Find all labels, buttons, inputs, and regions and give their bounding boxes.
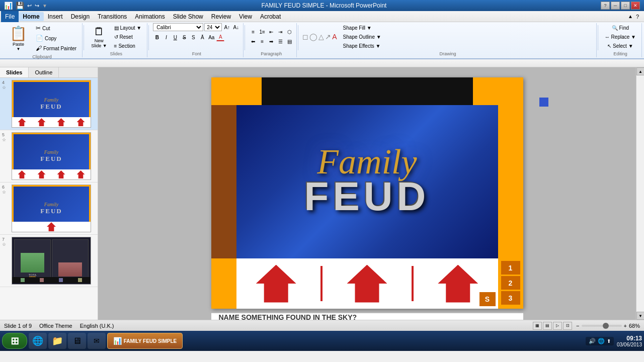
tab-outline[interactable]: Outline [29, 67, 59, 77]
italic-button[interactable]: I [162, 33, 170, 41]
menu-insert[interactable]: Insert [44, 12, 67, 21]
start-button[interactable]: ⊞ [2, 333, 27, 349]
align-center-button[interactable]: ≡ [258, 38, 266, 46]
taskbar-desktop[interactable]: 🖥 [68, 333, 86, 349]
taskbar: ⊞ 🌐 📁 🖥 ✉ 📊 FAMILY FEUD SIMPLE 🔊 🌐 ⬆ 09:… [0, 331, 644, 351]
shape-fill-button[interactable]: Shape Fill ▼ [341, 24, 384, 32]
menu-animations[interactable]: Animations [131, 12, 169, 21]
view-slideshow-button[interactable]: ⊡ [563, 322, 572, 330]
font-size-select[interactable]: 24 [204, 23, 222, 31]
shadow-button[interactable]: S [189, 33, 197, 41]
slide-panel: Slides Outline 4 ☆ Family FEUD [0, 67, 98, 320]
help-icon[interactable]: ? [636, 14, 639, 20]
taskbar-explorer[interactable]: 📁 [48, 333, 66, 349]
close-button[interactable]: ✕ [631, 2, 640, 10]
tray-network[interactable]: 🌐 [598, 338, 605, 344]
window-controls[interactable]: ? ─ □ ✕ [601, 2, 640, 10]
align-left-button[interactable]: ⬅ [249, 38, 257, 46]
minimize-button[interactable]: ─ [611, 2, 620, 10]
format-painter-button[interactable]: 🖌 Format Painter [33, 44, 79, 52]
menu-view[interactable]: View [235, 12, 256, 21]
underline-button[interactable]: U [171, 33, 179, 41]
clock: 09:13 03/06/2013 [617, 335, 642, 347]
zoom-out-button[interactable]: − [576, 323, 579, 329]
reset-button[interactable]: ↺Reset [112, 33, 144, 41]
slide-thumb-7[interactable]: 7 ☆ TOTA 128 TOTA [0, 235, 98, 287]
tray-volume[interactable]: 🔊 [589, 338, 596, 344]
taskbar-right: 🔊 🌐 ⬆ 09:13 03/06/2013 [586, 335, 642, 347]
find-button[interactable]: 🔍 Find [609, 24, 631, 32]
selection-handle[interactable] [539, 98, 548, 107]
ff-logo: Family FEUD [304, 147, 430, 217]
slide-thumb-5[interactable]: 5 ☆ Family FEUD [0, 130, 98, 183]
increase-indent-button[interactable]: ⇥ [276, 28, 284, 36]
slide-container[interactable]: Family FEUD [211, 77, 523, 309]
view-sorter-button[interactable]: ▤ [543, 322, 552, 330]
menu-transitions[interactable]: Transitions [94, 12, 131, 21]
drawing-group: ◻ ◯ △ ↗ A Shape Fill ▼ Shape Outline ▼ S… [299, 23, 597, 57]
slide-thumb-4[interactable]: 4 ☆ Family FEUD [0, 78, 98, 130]
menu-file[interactable]: File [1, 11, 19, 22]
justify-button[interactable]: ☰ [276, 38, 284, 46]
maximize-button[interactable]: □ [621, 2, 630, 10]
slide-thumb-6[interactable]: 6 ☆ Family FEUD [0, 183, 98, 235]
select-button[interactable]: ↖ Select ▼ [605, 42, 635, 50]
scroll-up-arrow[interactable]: ▲ [636, 67, 644, 75]
font-label: Font [153, 51, 240, 57]
zoom-level[interactable]: 68% [629, 323, 640, 329]
align-right-button[interactable]: ➡ [267, 38, 275, 46]
shape-outline-button[interactable]: Shape Outline ▼ [341, 33, 384, 41]
numbering-button[interactable]: 1≡ [258, 28, 266, 36]
cut-button[interactable]: ✂ Cut [33, 24, 79, 32]
section-button[interactable]: ≡Section [112, 42, 144, 50]
bullets-button[interactable]: ≡ [249, 28, 257, 36]
quick-redo[interactable]: ↪ [35, 3, 39, 9]
font-shrink-button[interactable]: A↓ [232, 23, 240, 31]
tray-update[interactable]: ⬆ [607, 338, 611, 344]
scroll-track[interactable] [636, 75, 644, 312]
taskbar-ie[interactable]: 🌐 [29, 333, 47, 349]
paste-button[interactable]: 📋 Paste ▼ [5, 23, 32, 53]
ribbon-content: 📋 Paste ▼ ✂ Cut 📄 Copy 🖌 Format [0, 22, 644, 58]
strikethrough-button[interactable]: S [180, 33, 188, 41]
tab-slides[interactable]: Slides [0, 67, 29, 77]
menu-review[interactable]: Review [207, 12, 235, 21]
layout-button[interactable]: ▤Layout ▼ [112, 24, 144, 32]
decrease-indent-button[interactable]: ⇤ [267, 28, 275, 36]
taskbar-mail[interactable]: ✉ [88, 333, 106, 349]
menubar: File Home Insert Design Transitions Anim… [0, 11, 644, 22]
copy-button[interactable]: 📄 Copy [33, 34, 79, 42]
quick-undo[interactable]: ↩ [27, 3, 32, 9]
ribbon-collapse[interactable]: ▲ [628, 14, 633, 19]
menu-home[interactable]: Home [19, 12, 43, 21]
panel-tabs: Slides Outline [0, 67, 98, 78]
smartart-button[interactable]: ⬡ [285, 28, 293, 36]
zoom-in-button[interactable]: + [624, 323, 627, 329]
help-button[interactable]: ? [601, 2, 610, 10]
new-slide-button[interactable]: 🗒 NewSlide ▼ [88, 23, 110, 50]
zoom-slider[interactable] [582, 325, 622, 327]
slides-group: 🗒 NewSlide ▼ ▤Layout ▼ ↺Reset ≡Section S… [85, 23, 147, 57]
menu-design[interactable]: Design [67, 12, 94, 21]
right-scrollbar[interactable]: ▲ ▼ [636, 67, 644, 320]
shape-effects-button[interactable]: Shape Effects ▼ [341, 42, 384, 50]
change-case-button[interactable]: Aa [207, 33, 215, 41]
view-reading-button[interactable]: ▷ [553, 322, 562, 330]
taskbar-powerpoint[interactable]: 📊 FAMILY FEUD SIMPLE [107, 333, 183, 349]
family-text: Family [304, 147, 430, 177]
char-spacing-button[interactable]: Ā [198, 33, 206, 41]
font-color-button[interactable]: A [216, 33, 224, 41]
columns-button[interactable]: ▤ [285, 38, 293, 46]
menu-slideshow[interactable]: Slide Show [169, 12, 207, 21]
replace-button[interactable]: ↔ Replace ▼ [602, 33, 638, 41]
slide-count: Slide 1 of 9 [4, 323, 32, 329]
zoom-control[interactable]: − + 68% [576, 323, 640, 329]
font-grow-button[interactable]: A↑ [223, 23, 231, 31]
score-2: 2 [501, 276, 520, 290]
view-normal-button[interactable]: ▦ [533, 322, 542, 330]
bold-button[interactable]: B [153, 33, 161, 41]
quick-save[interactable]: 💾 [16, 2, 24, 10]
menu-acrobat[interactable]: Acrobat [256, 12, 285, 21]
scroll-down-arrow[interactable]: ▼ [636, 312, 644, 320]
font-family-select[interactable]: Calibri [153, 23, 203, 31]
